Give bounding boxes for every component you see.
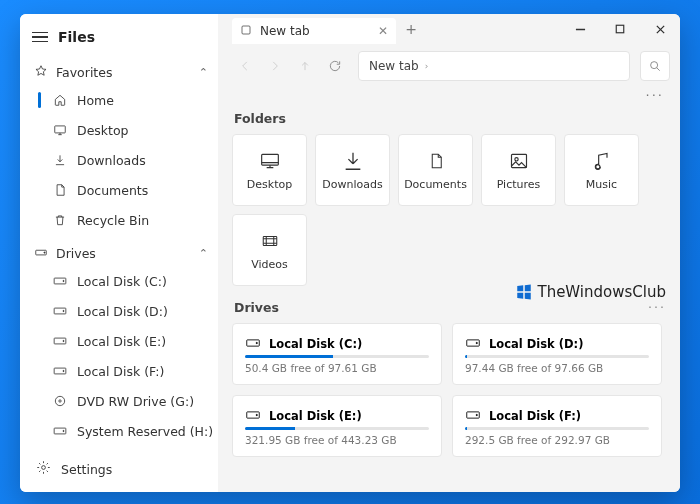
drives-grid: Local Disk (C:)50.4 GB free of 97.61 GBL… <box>232 323 666 457</box>
disk-icon <box>52 426 67 436</box>
chevron-right-icon: › <box>425 61 429 71</box>
folders-section-label: Folders <box>234 111 666 126</box>
svg-rect-23 <box>263 236 277 245</box>
drive-subtext: 292.5 GB free of 292.97 GB <box>465 434 649 446</box>
svg-point-22 <box>595 164 599 168</box>
forward-button[interactable] <box>262 53 288 79</box>
sidebar-section-drives[interactable]: Drives ⌃ <box>20 241 218 266</box>
folder-card[interactable]: Videos <box>232 214 307 286</box>
sidebar-item-recyclebin[interactable]: Recycle Bin <box>20 205 218 235</box>
minimize-button[interactable] <box>560 14 600 44</box>
folder-card[interactable]: Documents <box>398 134 473 206</box>
svg-point-10 <box>62 370 63 371</box>
svg-point-4 <box>62 280 63 281</box>
app-window: Files Favorites ⌃ Home Desktop Downloads <box>20 14 680 492</box>
svg-point-21 <box>514 157 517 160</box>
disk-icon <box>245 409 261 423</box>
star-icon <box>34 64 48 81</box>
toolbar: New tab › <box>218 44 680 88</box>
video-icon <box>258 230 282 252</box>
sidebar-item-disk-d[interactable]: Local Disk (D:) <box>20 296 218 326</box>
drive-progress <box>465 355 649 358</box>
tab-icon <box>240 24 252 39</box>
titlebar: New tab ✕ + <box>218 14 680 44</box>
sidebar-settings[interactable]: Settings <box>20 452 218 486</box>
sidebar-section-favorites[interactable]: Favorites ⌃ <box>20 60 218 85</box>
svg-point-25 <box>256 342 257 343</box>
search-button[interactable] <box>640 51 670 81</box>
desktop-icon <box>52 123 67 137</box>
sidebar-item-dvd[interactable]: DVD RW Drive (G:) <box>20 386 218 416</box>
drive-progress <box>245 427 429 430</box>
drive-card[interactable]: Local Disk (E:)321.95 GB free of 443.23 … <box>232 395 442 457</box>
sidebar: Files Favorites ⌃ Home Desktop Downloads <box>20 14 218 492</box>
sidebar-item-desktop[interactable]: Desktop <box>20 115 218 145</box>
main-area: New tab ✕ + New tab › ··· Folders D <box>218 14 680 492</box>
drives-section-more-icon[interactable]: ··· <box>648 300 666 315</box>
drive-subtext: 321.95 GB free of 443.23 GB <box>245 434 429 446</box>
document-icon <box>427 150 445 172</box>
folder-label: Desktop <box>247 178 292 191</box>
folder-label: Music <box>586 178 617 191</box>
sidebar-item-documents[interactable]: Documents <box>20 175 218 205</box>
svg-point-2 <box>44 252 45 253</box>
drive-progress <box>465 427 649 430</box>
sidebar-item-downloads[interactable]: Downloads <box>20 145 218 175</box>
sidebar-item-disk-c[interactable]: Local Disk (C:) <box>20 266 218 296</box>
more-options-icon[interactable]: ··· <box>646 88 664 103</box>
maximize-button[interactable] <box>600 14 640 44</box>
hamburger-icon[interactable] <box>32 32 48 43</box>
content-area: Folders DesktopDownloadsDocumentsPicture… <box>218 105 680 492</box>
pictures-icon <box>508 150 530 172</box>
close-tab-icon[interactable]: ✕ <box>378 25 388 37</box>
folder-card[interactable]: Desktop <box>232 134 307 206</box>
drive-icon <box>34 245 48 262</box>
close-button[interactable] <box>640 14 680 44</box>
svg-point-15 <box>42 466 46 470</box>
sidebar-item-system-reserved[interactable]: System Reserved (H:) <box>20 416 218 446</box>
back-button[interactable] <box>232 53 258 79</box>
disk-icon <box>245 337 261 351</box>
drive-card[interactable]: Local Disk (D:)97.44 GB free of 97.66 GB <box>452 323 662 385</box>
svg-point-14 <box>62 430 63 431</box>
sidebar-item-home[interactable]: Home <box>20 85 218 115</box>
sidebar-item-disk-e[interactable]: Local Disk (E:) <box>20 326 218 356</box>
svg-point-11 <box>55 396 64 405</box>
folder-label: Downloads <box>322 178 382 191</box>
drive-label: Local Disk (F:) <box>489 409 581 423</box>
sidebar-header: Files <box>20 14 218 60</box>
disk-icon <box>465 409 481 423</box>
breadcrumb[interactable]: New tab › <box>358 51 630 81</box>
refresh-button[interactable] <box>322 53 348 79</box>
drive-card[interactable]: Local Disk (F:)292.5 GB free of 292.97 G… <box>452 395 662 457</box>
drive-label: Local Disk (C:) <box>269 337 362 351</box>
folder-card[interactable]: Downloads <box>315 134 390 206</box>
new-tab-button[interactable]: + <box>396 14 426 44</box>
drive-subtext: 97.44 GB free of 97.66 GB <box>465 362 649 374</box>
drive-label: Local Disk (D:) <box>489 337 583 351</box>
music-icon <box>592 150 612 172</box>
svg-point-12 <box>58 400 60 402</box>
desktop-icon <box>257 150 283 172</box>
up-button[interactable] <box>292 53 318 79</box>
sidebar-item-disk-f[interactable]: Local Disk (F:) <box>20 356 218 386</box>
svg-point-31 <box>476 414 477 415</box>
folder-card[interactable]: Music <box>564 134 639 206</box>
drive-subtext: 50.4 GB free of 97.61 GB <box>245 362 429 374</box>
svg-point-18 <box>651 62 658 69</box>
folder-label: Videos <box>251 258 288 271</box>
download-icon <box>342 150 364 172</box>
chevron-up-icon: ⌃ <box>199 66 208 79</box>
dvd-icon <box>52 394 67 408</box>
trash-icon <box>52 213 67 227</box>
document-icon <box>52 183 67 197</box>
svg-point-29 <box>256 414 257 415</box>
drive-progress <box>245 355 429 358</box>
folder-card[interactable]: Pictures <box>481 134 556 206</box>
svg-point-8 <box>62 340 63 341</box>
svg-rect-16 <box>242 26 250 34</box>
drive-card[interactable]: Local Disk (C:)50.4 GB free of 97.61 GB <box>232 323 442 385</box>
tab-current[interactable]: New tab ✕ <box>232 18 396 44</box>
svg-point-6 <box>62 310 63 311</box>
svg-rect-0 <box>54 126 65 133</box>
